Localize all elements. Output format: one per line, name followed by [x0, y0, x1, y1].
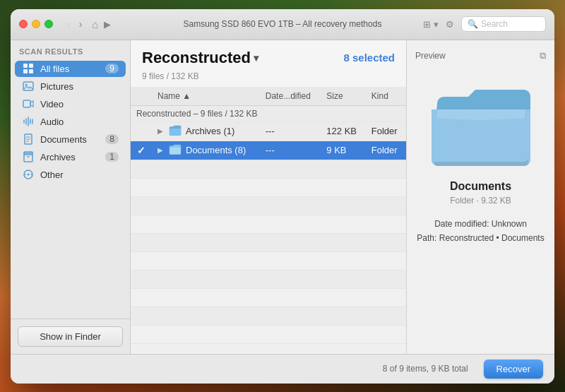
archive-icon [22, 152, 35, 162]
sidebar-item-pictures-label: Pictures [40, 81, 119, 92]
group-header-label: Reconstructed – 9 files / 132 KB [131, 105, 406, 121]
empty-row [131, 160, 406, 178]
sidebar-item-other[interactable]: Other [15, 167, 126, 183]
svg-rect-0 [23, 64, 28, 68]
navigation-arrows: ‹ › [64, 17, 85, 31]
audio-icon [22, 117, 35, 126]
col-check [131, 87, 152, 106]
main-subtitle: 9 files / 132 KB [131, 71, 406, 87]
sidebar-item-audio[interactable]: Audio [15, 114, 126, 130]
preview-name: Documents [450, 180, 511, 193]
back-arrow[interactable]: ‹ [64, 17, 73, 31]
path-label: Path: [417, 233, 436, 243]
view-toggle-icon[interactable]: ⊞ ▾ [423, 19, 439, 30]
empty-row [131, 307, 406, 325]
svg-rect-4 [23, 82, 33, 90]
check-mark-icon: ✓ [137, 145, 145, 156]
titlebar: ‹ › ⌂ ▶ Samsung SSD 860 EVO 1TB – All re… [11, 9, 554, 40]
main-header: Reconstructed ▾ 8 selected [131, 40, 406, 71]
search-box[interactable]: 🔍 Search [461, 16, 546, 32]
documents-date: --- [260, 141, 321, 160]
col-kind[interactable]: Kind [366, 87, 406, 106]
path-value: Reconstructed • Documents [439, 233, 545, 243]
col-date[interactable]: Date...dified [260, 87, 321, 106]
sidebar-item-archives-label: Archives [40, 152, 100, 162]
archives-name: Archives (1) [186, 126, 234, 136]
file-table-container: Name ▲ Date...dified Size Kind Reconstru… [131, 87, 406, 354]
doc-icon [22, 134, 35, 144]
col-size[interactable]: Size [321, 87, 365, 106]
preview-type-size: Folder · 9.32 KB [450, 196, 511, 206]
sidebar-item-archives[interactable]: Archives 1 [15, 149, 126, 165]
path-row: Path: Reconstructed • Documents [417, 231, 544, 245]
documents-kind: Folder [366, 141, 406, 160]
sidebar-item-pictures[interactable]: Pictures [15, 78, 126, 95]
close-button[interactable] [19, 20, 28, 28]
date-modified-row: Date modified: Unknown [417, 217, 544, 231]
sidebar-item-archives-count: 1 [105, 152, 119, 162]
sidebar-item-documents-count: 8 [105, 134, 119, 144]
main-content: Scan results All files 9 [11, 40, 554, 354]
sidebar-item-documents-label: Documents [40, 134, 100, 145]
forward-arrow[interactable]: › [76, 17, 85, 31]
copy-icon[interactable]: ⧉ [540, 50, 546, 61]
sidebar-section-title: Scan results [11, 40, 130, 60]
archives-size: 122 KB [321, 121, 365, 141]
sidebar-item-other-label: Other [40, 170, 119, 180]
sidebar-item-documents[interactable]: Documents 8 [15, 131, 126, 148]
other-icon [22, 170, 35, 179]
svg-point-17 [31, 174, 32, 175]
svg-rect-3 [29, 69, 33, 73]
play-icon[interactable]: ▶ [104, 19, 111, 30]
titlebar-right: ⊞ ▾ ⚙ 🔍 Search [423, 16, 546, 32]
documents-name: Documents (8) [186, 145, 246, 155]
search-icon: 🔍 [468, 19, 478, 29]
svg-point-15 [28, 174, 30, 176]
sidebar: Scan results All files 9 [11, 40, 131, 354]
empty-row [131, 288, 406, 307]
minimize-button[interactable] [32, 20, 40, 28]
table-row[interactable]: ▶ Archives (1) [131, 121, 406, 141]
dropdown-arrow-icon[interactable]: ▾ [254, 52, 258, 64]
show-in-finder-button[interactable]: Show in Finder [18, 326, 123, 347]
preview-panel: Preview ⧉ Documents Folder · 9.32 KB [406, 40, 554, 354]
file-name-cell: ▶ Documents (8) [152, 141, 260, 160]
maximize-button[interactable] [44, 20, 53, 28]
empty-row [131, 251, 406, 270]
table-row[interactable]: ✓ ▶ [131, 141, 406, 160]
empty-row [131, 215, 406, 233]
svg-rect-2 [23, 69, 28, 73]
col-name[interactable]: Name ▲ [152, 87, 260, 106]
recover-button[interactable]: Recover [484, 360, 543, 379]
documents-size: 9 KB [321, 141, 365, 160]
main-title: Reconstructed ▾ [142, 49, 258, 67]
date-modified-value: Unknown [492, 219, 527, 229]
archives-kind: Folder [366, 121, 406, 141]
expand-arrow-icon[interactable]: ▶ [157, 146, 163, 154]
empty-row [131, 325, 406, 343]
folder-preview [432, 83, 530, 167]
preview-label: Preview [415, 51, 446, 61]
table-header-row: Name ▲ Date...dified Size Kind [131, 87, 406, 106]
home-icon[interactable]: ⌂ [92, 18, 98, 30]
sidebar-item-audio-label: Audio [40, 117, 119, 127]
folder-icon [169, 125, 182, 138]
svg-rect-6 [23, 100, 30, 107]
picture-icon [22, 81, 35, 91]
empty-row [131, 270, 406, 288]
sidebar-item-video[interactable]: Video [15, 96, 126, 112]
sidebar-item-all-files[interactable]: All files 9 [15, 61, 126, 77]
selected-count: 8 selected [343, 52, 395, 64]
sidebar-footer: Show in Finder [11, 319, 130, 354]
empty-row [131, 196, 406, 215]
window-title: Samsung SSD 860 EVO 1TB – All recovery m… [184, 19, 382, 29]
search-placeholder: Search [481, 19, 508, 29]
archives-date: --- [260, 121, 321, 141]
settings-icon[interactable]: ⚙ [446, 19, 454, 30]
video-icon [22, 99, 35, 109]
file-panel: Reconstructed ▾ 8 selected 9 files / 132… [131, 40, 406, 354]
grid-icon [22, 64, 35, 73]
svg-point-16 [25, 174, 26, 175]
bottom-bar: 8 of 9 items, 9 KB total Recover [11, 354, 554, 384]
expand-arrow-icon[interactable]: ▶ [157, 127, 163, 135]
